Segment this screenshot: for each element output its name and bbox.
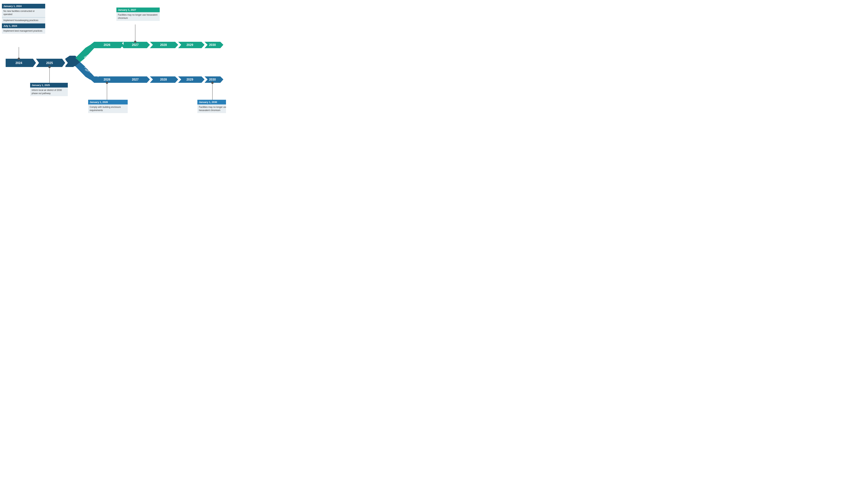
svg-point-33	[18, 58, 20, 60]
svg-marker-25	[178, 76, 205, 83]
svg-marker-12	[150, 42, 178, 48]
jan-2030-date: January 1, 2030	[197, 100, 226, 104]
svg-marker-23	[150, 76, 178, 83]
svg-text:2028: 2028	[160, 78, 167, 81]
svg-text:2030: 2030	[209, 43, 216, 46]
svg-point-35	[49, 66, 51, 68]
diagram-container: 2024 2025 2026 2027 2028 2029 2030	[0, 0, 226, 128]
svg-text:2025: 2025	[46, 61, 53, 65]
svg-marker-19	[90, 76, 124, 83]
svg-point-39	[106, 82, 108, 84]
svg-marker-2	[36, 59, 65, 67]
jan-2027-text: Facilities may no longer use hexavalent …	[116, 12, 160, 21]
jan-2025-text: Inform local air district of 2030 phase …	[30, 88, 68, 96]
svg-text:2030 PHASE: 2030 PHASE	[84, 66, 97, 74]
svg-text:OUT PATHWAY: OUT PATHWAY	[85, 68, 100, 78]
jan-2024-text-1: No new facilities constructed or operate…	[2, 8, 45, 17]
svg-text:OUT PATHWAY: OUT PATHWAY	[85, 52, 100, 62]
svg-point-41	[211, 82, 214, 84]
svg-marker-14	[178, 42, 205, 48]
jul-2024-date: July 1, 2024	[2, 24, 45, 28]
svg-marker-4	[65, 56, 79, 67]
jan-2024-box: January 1, 2024 No new facilities constr…	[2, 4, 45, 34]
jan-2025-box: January 1, 2025 Inform local air distric…	[30, 83, 68, 96]
svg-marker-16	[205, 42, 223, 48]
svg-text:2027 PHASE: 2027 PHASE	[84, 51, 96, 59]
jan-2026-text: Comply with building enclosure requireme…	[88, 104, 128, 113]
svg-marker-10	[124, 42, 150, 48]
svg-text:2027: 2027	[132, 78, 138, 81]
svg-text:2029: 2029	[186, 43, 193, 46]
jul-2024-text: Implement best management practices	[2, 28, 45, 34]
svg-marker-18	[75, 62, 94, 80]
svg-point-37	[134, 41, 136, 43]
svg-text:2024: 2024	[16, 61, 22, 65]
svg-text:2026: 2026	[103, 78, 111, 81]
svg-marker-27	[205, 76, 223, 83]
svg-marker-5	[65, 58, 80, 66]
svg-text:2028: 2028	[160, 43, 167, 46]
svg-marker-7	[90, 42, 124, 48]
jan-2030-text: Facilities may no longer use hexavalent …	[197, 104, 226, 113]
jan-2024-date: January 1, 2024	[2, 4, 45, 8]
svg-marker-21	[121, 76, 150, 83]
jan-2030-box: January 1, 2030 Facilities may no longer…	[197, 100, 226, 113]
jan-2026-date: January 1, 2026	[88, 100, 128, 104]
svg-text:2027: 2027	[132, 43, 138, 46]
svg-text:2029: 2029	[186, 78, 193, 81]
svg-marker-6	[75, 45, 94, 62]
svg-marker-0	[6, 59, 36, 67]
jan-2026-box: January 1, 2026 Comply with building enc…	[88, 100, 128, 113]
svg-text:2030: 2030	[209, 78, 216, 81]
jan-2025-date: January 1, 2025	[30, 83, 68, 88]
jan-2027-box: January 1, 2027 Facilities may no longer…	[116, 7, 160, 21]
svg-marker-9	[121, 42, 150, 48]
svg-text:2026: 2026	[103, 43, 111, 46]
jan-2024-text-2: Implement housekeeping practices	[2, 18, 45, 23]
jan-2027-date: January 1, 2027	[116, 7, 160, 12]
